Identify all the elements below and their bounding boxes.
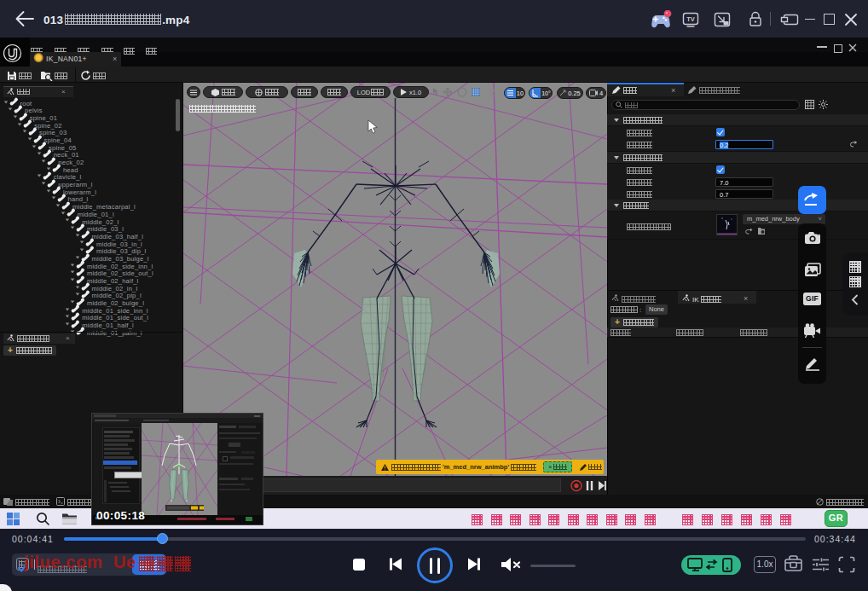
svg-text:TV: TV bbox=[686, 15, 695, 23]
